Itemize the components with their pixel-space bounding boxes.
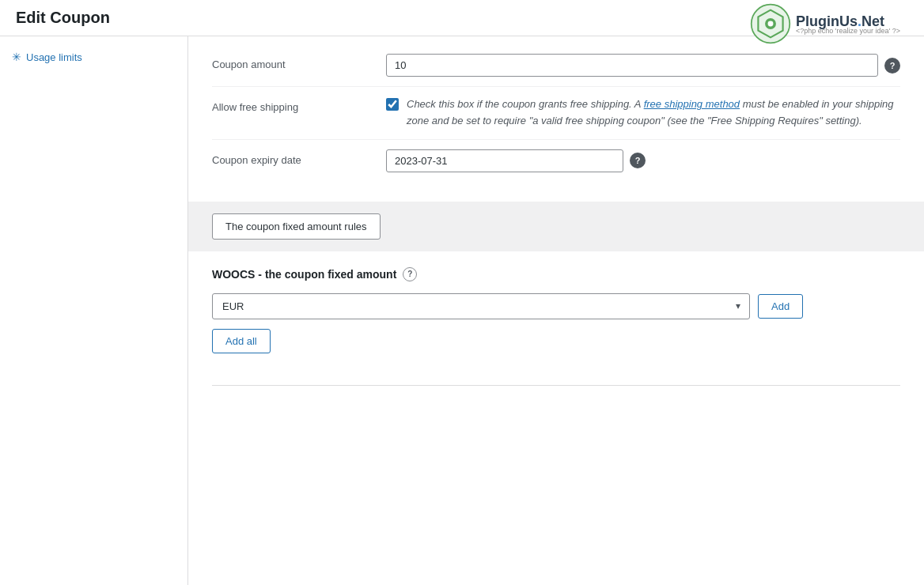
checkbox-field: Check this box if the coupon grants free… xyxy=(386,96,900,130)
fixed-amount-rules-tab[interactable]: The coupon fixed amount rules xyxy=(212,213,381,240)
coupon-amount-input[interactable] xyxy=(386,54,878,77)
allow-free-shipping-field: Check this box if the coupon grants free… xyxy=(386,96,900,130)
page-wrapper: Edit Coupon PluginUs.Net <?php echo 'rea… xyxy=(0,0,924,585)
coupon-expiry-help-icon[interactable]: ? xyxy=(630,153,646,168)
content-area: Coupon amount ? Allow free shipping xyxy=(188,36,924,585)
header: Edit Coupon PluginUs.Net <?php echo 'rea… xyxy=(0,0,924,36)
sidebar-item-usage-limits[interactable]: ✳ Usage limits xyxy=(0,44,187,70)
asterisk-icon: ✳ xyxy=(12,51,21,63)
main-layout: ✳ Usage limits Coupon amount ? xyxy=(0,36,924,585)
coupon-expiry-label: Coupon expiry date xyxy=(212,149,386,166)
form-section: Coupon amount ? Allow free shipping xyxy=(188,36,924,198)
page-title: Edit Coupon xyxy=(16,9,110,27)
add-currency-button[interactable]: Add xyxy=(758,294,803,319)
coupon-amount-field: ? xyxy=(386,54,900,77)
coupon-expiry-input-group: ? xyxy=(386,149,900,172)
coupon-expiry-row: Coupon expiry date ? xyxy=(212,140,900,182)
woocs-section: WOOCS - the coupon fixed amount ? EUR US… xyxy=(188,255,924,369)
coupon-expiry-field: ? xyxy=(386,149,900,172)
logo-text-block: PluginUs.Net <?php echo 'realize your id… xyxy=(796,13,900,35)
coupon-amount-label: Coupon amount xyxy=(212,54,386,70)
woocs-help-icon[interactable]: ? xyxy=(403,267,417,281)
allow-free-shipping-checkbox[interactable] xyxy=(386,98,399,111)
sidebar: ✳ Usage limits xyxy=(0,36,188,585)
coupon-amount-row: Coupon amount ? xyxy=(212,44,900,87)
bottom-divider xyxy=(212,385,900,386)
pluginus-logo-icon xyxy=(750,3,791,44)
select-add-row: EUR USD GBP JPY CAD AUD ▾ Add xyxy=(212,293,900,319)
allow-free-shipping-row: Allow free shipping Check this box if th… xyxy=(212,87,900,140)
allow-free-shipping-label: Allow free shipping xyxy=(212,96,386,113)
tab-section: The coupon fixed amount rules xyxy=(188,202,924,251)
coupon-amount-help-icon[interactable]: ? xyxy=(884,58,900,74)
logo-tagline: <?php echo 'realize your idea' ?> xyxy=(796,27,900,35)
woocs-title: WOOCS - the coupon fixed amount ? xyxy=(212,267,900,281)
free-shipping-method-link[interactable]: free shipping method xyxy=(644,98,740,110)
sidebar-item-label: Usage limits xyxy=(26,51,82,63)
add-all-button[interactable]: Add all xyxy=(212,329,271,353)
coupon-amount-input-group: ? xyxy=(386,54,900,77)
coupon-expiry-input[interactable] xyxy=(386,149,623,172)
free-shipping-description: Check this box if the coupon grants free… xyxy=(407,96,900,130)
logo-area: PluginUs.Net <?php echo 'realize your id… xyxy=(750,3,900,44)
currency-select[interactable]: EUR USD GBP JPY CAD AUD xyxy=(212,293,750,319)
svg-point-3 xyxy=(768,21,774,27)
currency-select-wrapper: EUR USD GBP JPY CAD AUD ▾ xyxy=(212,293,750,319)
